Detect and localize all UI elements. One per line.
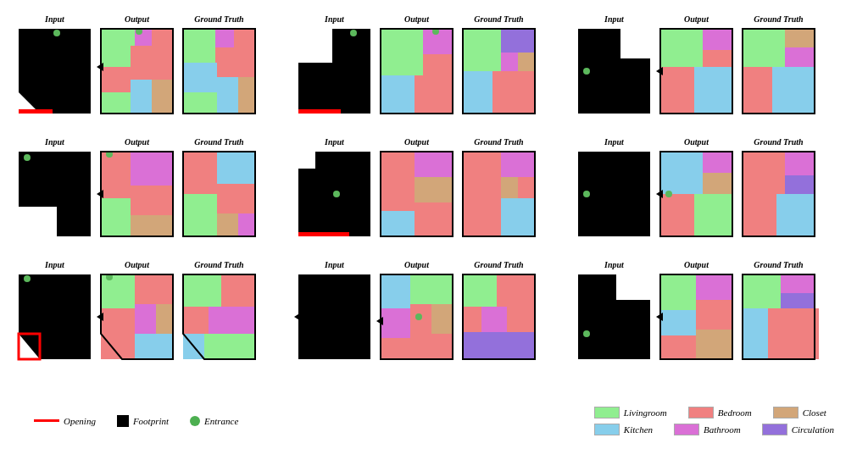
plan-output-2-2: Output [656, 260, 737, 363]
svg-rect-33 [381, 75, 415, 114]
svg-rect-80 [217, 213, 238, 236]
svg-point-152 [415, 313, 422, 320]
svg-rect-32 [423, 54, 453, 80]
bedroom-swatch [688, 407, 714, 418]
svg-rect-69 [131, 186, 173, 215]
svg-rect-89 [415, 152, 453, 177]
svg-rect-8 [131, 46, 173, 80]
label-input-1-1: Input [325, 137, 344, 147]
svg-rect-42 [463, 71, 492, 114]
svg-rect-177 [781, 293, 815, 308]
plan-gt-2-0: Ground Truth [179, 260, 259, 363]
svg-rect-125 [101, 274, 135, 308]
plan-gt-1-2: Ground Truth [738, 137, 819, 241]
svg-rect-40 [501, 53, 518, 71]
label-output-0-0: Output [125, 14, 149, 24]
plan-box-gt-2-2 [738, 270, 819, 363]
svg-rect-98 [501, 177, 518, 198]
plan-output-2-1: Output [376, 260, 457, 363]
label-input-0-0: Input [45, 14, 64, 24]
plan-output-1-2: Output [656, 137, 737, 241]
plan-gt-0-0: Ground Truth [179, 14, 259, 118]
svg-point-86 [333, 191, 340, 197]
plan-box-input-1-0 [14, 147, 95, 241]
svg-rect-175 [743, 274, 781, 308]
legend-opening: Opening [34, 416, 96, 426]
plan-input-2-0: Input [14, 260, 95, 363]
svg-rect-71 [131, 215, 173, 236]
svg-rect-157 [463, 307, 481, 332]
svg-rect-138 [209, 307, 255, 334]
plan-output-0-2: Output [656, 14, 737, 118]
opening-line-swatch [34, 419, 59, 422]
label-input-2-0: Input [45, 260, 64, 269]
svg-rect-7 [101, 67, 131, 92]
kitchen-swatch [594, 424, 620, 435]
svg-rect-39 [501, 29, 535, 53]
plan-box-output-1-2 [656, 147, 737, 241]
closet-swatch [773, 407, 798, 418]
legend-left: Opening Footprint Entrance [34, 415, 238, 427]
svg-rect-34 [415, 80, 453, 114]
label-input-2-1: Input [325, 260, 344, 269]
svg-rect-178 [743, 308, 768, 359]
svg-rect-0 [19, 29, 91, 114]
svg-rect-170 [660, 335, 696, 359]
svg-rect-108 [703, 173, 732, 194]
label-output-1-2: Output [684, 137, 709, 147]
legend-bathroom: Bathroom [674, 424, 741, 435]
svg-rect-64 [19, 207, 57, 236]
svg-rect-166 [660, 274, 696, 310]
legend-row-1: Livingroom Bedroom Closet [594, 407, 834, 418]
label-output-0-1: Output [404, 14, 429, 24]
plan-input-1-1: Input [294, 137, 375, 241]
plan-gt-1-0: Ground Truth [179, 137, 259, 241]
svg-rect-159 [507, 307, 535, 332]
plan-output-1-0: Output [97, 137, 177, 241]
svg-point-3 [53, 30, 60, 36]
section-0-0: Input Output [13, 13, 292, 136]
svg-rect-149 [431, 304, 453, 334]
entrance-label: Entrance [204, 416, 238, 426]
label-output-2-0: Output [125, 260, 149, 269]
svg-rect-88 [381, 152, 415, 186]
plan-gt-0-1: Ground Truth [459, 14, 539, 118]
svg-rect-9 [131, 80, 152, 114]
plan-box-gt-0-0 [179, 25, 259, 118]
plan-box-output-1-1 [376, 147, 457, 241]
svg-rect-167 [696, 274, 732, 300]
label-gt-0-0: Ground Truth [194, 14, 243, 24]
kitchen-label: Kitchen [624, 424, 653, 435]
livingroom-swatch [594, 407, 620, 418]
svg-rect-150 [381, 338, 453, 359]
svg-rect-90 [415, 177, 453, 202]
svg-rect-27 [298, 109, 341, 114]
svg-rect-130 [135, 334, 173, 359]
svg-rect-78 [217, 184, 255, 213]
section-2-1: Input Output [292, 258, 572, 381]
svg-rect-96 [463, 152, 501, 190]
svg-rect-163 [616, 274, 650, 300]
plan-box-gt-1-2 [738, 147, 819, 241]
svg-rect-60 [743, 67, 772, 114]
svg-point-112 [665, 191, 672, 197]
svg-rect-158 [481, 307, 507, 332]
svg-rect-91 [381, 186, 415, 211]
svg-rect-100 [463, 190, 501, 236]
plan-input-2-1: Input [294, 260, 375, 363]
legend-right: Livingroom Bedroom Closet Kitchen [594, 407, 834, 435]
label-gt-1-0: Ground Truth [194, 137, 243, 147]
svg-rect-147 [381, 308, 410, 338]
svg-rect-5 [101, 29, 135, 67]
svg-rect-109 [660, 194, 694, 236]
plan-box-output-2-2 [656, 270, 737, 363]
plan-box-input-2-1 [294, 270, 375, 363]
label-gt-2-0: Ground Truth [194, 260, 243, 269]
svg-rect-106 [660, 152, 703, 194]
svg-rect-68 [101, 152, 131, 198]
label-output-2-2: Output [684, 260, 709, 269]
label-gt-0-1: Ground Truth [474, 14, 523, 24]
plan-gt-0-2: Ground Truth [738, 14, 819, 118]
svg-rect-146 [410, 274, 453, 304]
svg-rect-50 [703, 29, 732, 50]
